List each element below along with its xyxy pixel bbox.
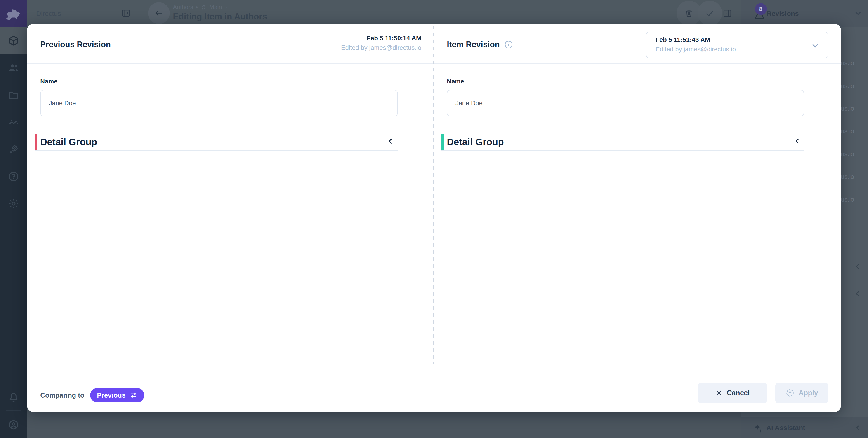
name-field-label: Name xyxy=(40,78,57,85)
rocket-icon xyxy=(8,143,20,155)
previous-revision-timestamp: Feb 5 11:50:14 AM xyxy=(341,33,421,43)
module-extensions[interactable] xyxy=(0,136,27,163)
module-bar xyxy=(0,0,27,438)
breadcrumb-separator: • xyxy=(196,4,198,11)
name-input-current[interactable] xyxy=(447,90,804,116)
revision-list-item[interactable]: tus.io xyxy=(839,196,854,203)
info-icon[interactable] xyxy=(504,40,513,49)
revision-list-item[interactable]: tus.io xyxy=(839,150,854,158)
cancel-button[interactable]: Cancel xyxy=(698,383,767,403)
revision-list-item[interactable]: tus.io xyxy=(839,127,854,135)
chevron-left-icon[interactable] xyxy=(853,262,863,271)
check-icon xyxy=(705,8,715,18)
name-field-label: Name xyxy=(447,78,464,85)
ai-assistant-label: AI Assistant xyxy=(766,417,805,438)
picker-meta: Feb 5 11:51:43 AM Edited by james@direct… xyxy=(655,35,736,54)
detail-group-title: Detail Group xyxy=(447,137,504,147)
collapse-module-bar-icon[interactable] xyxy=(121,8,131,18)
revisions-count-badge: 8 xyxy=(755,3,767,15)
ai-assistant-bar[interactable]: AI Assistant xyxy=(741,417,868,438)
help-icon xyxy=(8,171,20,182)
module-settings[interactable] xyxy=(0,190,27,217)
group-accent-bar-red xyxy=(35,134,37,150)
revision-compare-drawer: Previous Revision Feb 5 11:50:14 AM Edit… xyxy=(27,24,841,412)
toggle-sidebar-icon[interactable] xyxy=(722,8,733,18)
picker-timestamp: Feb 5 11:51:43 AM xyxy=(655,35,736,45)
detail-group-header-previous: Detail Group xyxy=(35,132,398,151)
revision-list-item[interactable]: tus.io xyxy=(839,59,854,67)
group-underline xyxy=(441,150,804,151)
avatar-icon xyxy=(8,419,20,431)
chevron-left-icon[interactable] xyxy=(853,289,863,298)
panels-dashed-divider xyxy=(433,26,434,364)
screen: Directus Authors • Main Editing Ite xyxy=(0,0,868,438)
sparkle-icon xyxy=(753,423,764,434)
module-users[interactable] xyxy=(0,54,27,82)
chevron-left-icon[interactable] xyxy=(793,137,802,146)
insights-icon xyxy=(8,116,20,128)
drawer-header-divider xyxy=(27,63,841,64)
app-header: Directus Authors • Main Editing Ite xyxy=(0,0,868,27)
previous-revision-title: Previous Revision xyxy=(40,40,111,49)
breadcrumb[interactable]: Authors • Main xyxy=(173,4,229,11)
picker-edited-by: Edited by james@directus.io xyxy=(655,45,736,54)
detail-group-header-current: Detail Group xyxy=(441,132,804,151)
chevron-left-icon[interactable] xyxy=(386,137,395,146)
name-input-previous[interactable] xyxy=(40,90,398,116)
chevron-down-icon xyxy=(810,40,820,51)
project-logo[interactable] xyxy=(0,0,27,27)
back-button[interactable] xyxy=(148,2,170,24)
save-button[interactable] xyxy=(698,1,722,26)
apply-button[interactable]: Apply xyxy=(775,383,828,403)
apply-upload-icon xyxy=(785,388,795,398)
user-menu-button[interactable] xyxy=(0,411,27,438)
caret-down-icon xyxy=(225,5,229,9)
module-content[interactable] xyxy=(0,27,27,54)
comparing-to-label: Comparing to xyxy=(40,391,84,399)
revisions-label: Revisions xyxy=(767,0,799,27)
back-arrow-icon xyxy=(154,8,164,18)
revision-list-item[interactable]: tus.io xyxy=(839,82,854,90)
revision-picker-dropdown[interactable]: Feb 5 11:51:43 AM Edited by james@direct… xyxy=(646,32,828,58)
item-revision-title: Item Revision xyxy=(447,40,513,49)
users-icon xyxy=(8,62,20,74)
breadcrumb-collection[interactable]: Authors xyxy=(173,4,193,11)
module-files[interactable] xyxy=(0,82,27,109)
breadcrumb-version[interactable]: Main xyxy=(209,4,222,11)
previous-revision-meta: Feb 5 11:50:14 AM Edited by james@direct… xyxy=(341,33,421,53)
project-title: Directus xyxy=(36,0,61,27)
previous-revision-edited-by: Edited by james@directus.io xyxy=(341,43,421,53)
detail-group-title: Detail Group xyxy=(40,137,97,147)
item-revision-title-text: Item Revision xyxy=(447,40,500,49)
folder-icon xyxy=(8,89,20,101)
chevron-left-icon[interactable] xyxy=(854,423,863,432)
page-title: Editing Item in Authors xyxy=(173,12,267,22)
trash-icon xyxy=(684,8,694,18)
cancel-label: Cancel xyxy=(727,389,750,397)
apply-label: Apply xyxy=(799,389,818,397)
module-bar-divider xyxy=(6,410,21,411)
compare-target-text: Previous xyxy=(97,391,126,399)
compare-target-button[interactable]: Previous xyxy=(90,388,144,403)
chevron-down-icon[interactable] xyxy=(854,8,863,18)
group-accent-bar-teal xyxy=(441,134,444,150)
directus-rabbit-icon xyxy=(5,6,22,21)
notifications-button[interactable] xyxy=(0,384,27,411)
revision-list-item[interactable]: tus.io xyxy=(839,105,854,112)
module-insights[interactable] xyxy=(0,109,27,136)
bell-icon xyxy=(8,391,20,403)
box-icon xyxy=(8,35,20,47)
close-icon xyxy=(715,389,723,397)
revision-list-item[interactable]: tus.io xyxy=(839,173,854,180)
version-sync-icon xyxy=(201,4,207,10)
group-underline xyxy=(35,150,398,151)
swap-icon xyxy=(129,391,137,399)
settings-gear-icon xyxy=(8,198,20,209)
revisions-section-header[interactable]: 8 Revisions xyxy=(741,0,868,27)
comparing-to-row: Comparing to Previous xyxy=(40,388,144,403)
module-help[interactable] xyxy=(0,163,27,190)
